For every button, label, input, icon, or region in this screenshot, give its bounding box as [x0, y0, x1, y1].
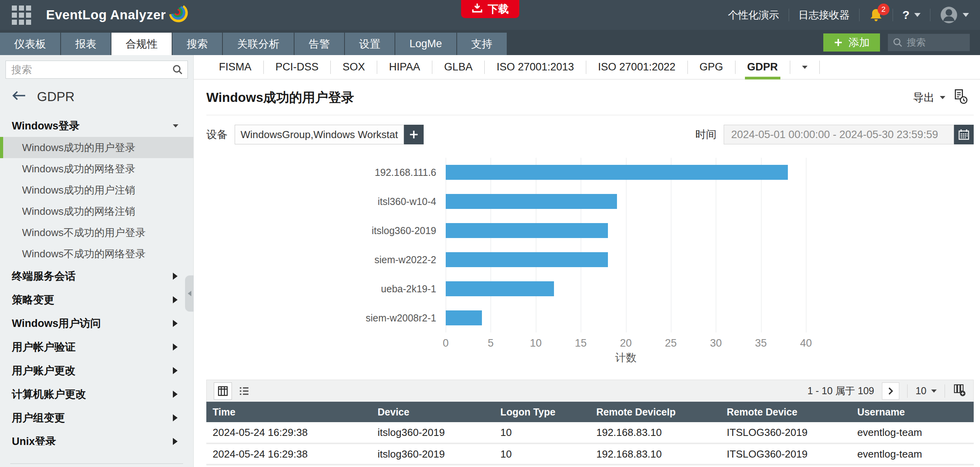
time-range-input[interactable] — [724, 125, 954, 144]
compliance-tab-3[interactable]: HIPAA — [377, 61, 432, 74]
pagination: 1 - 10 属于 109 10 — [808, 382, 966, 400]
sidebar-section-4[interactable]: 用户账户更改 — [0, 359, 193, 382]
sidebar-section-2[interactable]: Windows用户访问 — [0, 312, 193, 335]
page-size-value: 10 — [915, 385, 926, 397]
chart-xaxis-title: 计数 — [446, 351, 806, 364]
table-header-0[interactable]: Time — [206, 402, 371, 422]
table-header-4[interactable]: Remote Device — [721, 402, 851, 422]
compliance-more-button[interactable] — [790, 61, 820, 74]
table-header-3[interactable]: Remote DeviceIp — [590, 402, 720, 422]
app-grid-icon[interactable] — [12, 6, 31, 25]
sidebar-item-1[interactable]: Windows成功的网络登录 — [0, 158, 193, 179]
export-button[interactable]: 导出 — [913, 90, 945, 105]
chevron-down-icon — [931, 389, 937, 393]
sidebar-item-0[interactable]: Windows成功的用户登录 — [0, 137, 193, 158]
table-view-button[interactable] — [214, 382, 232, 400]
nav-tab-6[interactable]: 设置 — [345, 33, 395, 55]
download-button[interactable]: 下载 — [461, 0, 519, 18]
brand-logo-icon — [168, 0, 190, 24]
sidebar-item-3[interactable]: Windows成功的网络注销 — [0, 201, 193, 222]
navbar-actions: 添加 — [823, 30, 970, 55]
compliance-tab-7[interactable]: GPG — [688, 61, 735, 74]
sidebar-group-windows-logon[interactable]: Windows登录 — [0, 115, 193, 137]
nav-tab-1[interactable]: 报表 — [61, 33, 111, 55]
add-column-button[interactable] — [953, 383, 966, 399]
nav-tab-2[interactable]: 合规性 — [111, 33, 172, 55]
personalize-demo-link[interactable]: 个性化演示 — [728, 8, 779, 22]
sidebar-section-1[interactable]: 策略变更 — [0, 288, 193, 312]
global-search[interactable] — [888, 34, 970, 51]
sidebar-search — [6, 61, 188, 79]
avatar-icon — [940, 6, 958, 24]
header-actions: 个性化演示 日志接收器 2 ? — [728, 6, 969, 24]
sidebar-collapse-handle[interactable] — [185, 275, 194, 312]
sidebar-section-0[interactable]: 终端服务会话 — [0, 264, 193, 288]
sidebar-item-5[interactable]: Windows不成功的网络登录 — [0, 243, 193, 264]
add-button[interactable]: 添加 — [823, 33, 880, 52]
report-content: Windows成功的用户登录 导出 — [194, 79, 980, 467]
table-cell: eventlog-team — [851, 443, 974, 465]
sidebar-item-2[interactable]: Windows成功的用户注销 — [0, 179, 193, 201]
sidebar-menu: Windows登录 Windows成功的用户登录Windows成功的网络登录Wi… — [0, 115, 193, 445]
plus-icon — [834, 38, 843, 47]
compliance-tab-0[interactable]: FISMA — [207, 61, 264, 74]
chart-bar[interactable] — [446, 165, 788, 180]
chart-category-label: ueba-2k19-1 — [206, 274, 446, 303]
chart-gridline — [671, 158, 671, 332]
page-size-select[interactable]: 10 — [915, 385, 937, 397]
help-menu-button[interactable]: ? — [902, 8, 921, 22]
device-selector — [235, 125, 424, 144]
compliance-tab-1[interactable]: PCI-DSS — [264, 61, 331, 74]
table-header-5[interactable]: Username — [851, 402, 974, 422]
table-cell: 192.168.83.10 — [590, 422, 720, 443]
device-input[interactable] — [235, 125, 404, 144]
chart-bar[interactable] — [446, 252, 608, 267]
sidebar-title-row: GDPR — [11, 89, 193, 105]
chart-bar[interactable] — [446, 310, 482, 325]
list-view-button[interactable] — [235, 382, 253, 400]
chart-bar[interactable] — [446, 194, 617, 209]
table-header-1[interactable]: Device — [371, 402, 494, 422]
sidebar-item-4[interactable]: Windows不成功的用户登录 — [0, 222, 193, 243]
sidebar-section-7[interactable]: Unix登录 — [0, 430, 193, 445]
nav-tab-7[interactable]: LogMe — [395, 33, 456, 55]
compliance-tab-8[interactable]: GDPR — [735, 61, 790, 74]
nav-tab-0[interactable]: 仪表板 — [0, 33, 60, 55]
sidebar-section-6[interactable]: 用户组变更 — [0, 406, 193, 430]
calendar-button[interactable] — [954, 125, 974, 144]
next-page-button[interactable] — [882, 382, 899, 400]
sidebar-search-input[interactable] — [6, 61, 188, 79]
sidebar-section-5[interactable]: 计算机账户更改 — [0, 382, 193, 406]
global-search-input[interactable] — [907, 37, 962, 48]
nav-tab-5[interactable]: 告警 — [295, 33, 344, 55]
back-arrow-icon[interactable] — [11, 89, 27, 104]
notifications-button[interactable]: 2 — [869, 7, 883, 22]
header-divider — [859, 9, 860, 21]
table-row-0[interactable]: 2024-05-24 16:29:38itslog360-201910192.1… — [206, 422, 974, 443]
compliance-tab-6[interactable]: ISO 27001:2022 — [586, 61, 688, 74]
compliance-tab-4[interactable]: GLBA — [432, 61, 485, 74]
page-title: Windows成功的用户登录 — [206, 89, 354, 107]
sidebar-section-3[interactable]: 用户帐户验证 — [0, 335, 193, 359]
compliance-tab-5[interactable]: ISO 27001:2013 — [485, 61, 586, 74]
chart-plot — [446, 158, 806, 332]
compliance-tab-2[interactable]: SOX — [331, 61, 377, 74]
chevron-right-icon — [173, 414, 178, 421]
nav-tab-8[interactable]: 支持 — [457, 33, 507, 55]
device-add-button[interactable] — [404, 125, 424, 144]
nav-tab-4[interactable]: 关联分析 — [223, 33, 294, 55]
chevron-down-icon — [914, 13, 921, 17]
list-view-icon — [238, 386, 250, 397]
sidebar: GDPR Windows登录 Windows成功的用户登录Windows成功的网… — [0, 55, 194, 467]
chart-gridline — [491, 158, 491, 332]
account-menu-button[interactable] — [940, 6, 969, 24]
chart-gridline — [536, 158, 536, 332]
schedule-report-icon[interactable] — [952, 88, 968, 107]
nav-tab-3[interactable]: 搜索 — [172, 33, 222, 55]
table-header-2[interactable]: Logon Type — [494, 402, 590, 422]
chart-bar[interactable] — [446, 281, 554, 296]
chart-bar[interactable] — [446, 223, 608, 238]
table-row-1[interactable]: 2024-05-24 16:29:38itslog360-201910192.1… — [206, 443, 974, 465]
log-receiver-link[interactable]: 日志接收器 — [798, 8, 850, 22]
search-icon — [172, 64, 183, 77]
